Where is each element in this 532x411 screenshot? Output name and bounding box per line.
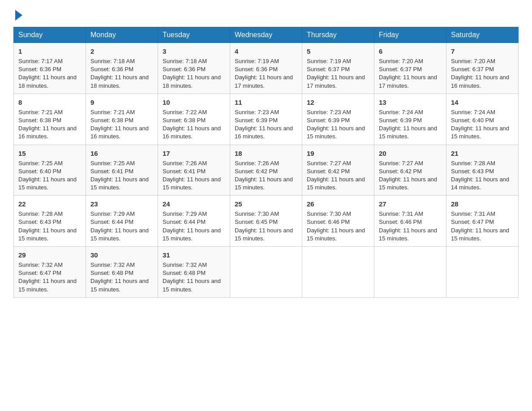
calendar-week-row: 1Sunrise: 7:17 AMSunset: 6:36 PMDaylight… xyxy=(14,43,519,94)
calendar-day-cell xyxy=(374,247,446,298)
day-number: 21 xyxy=(451,149,514,158)
day-of-week-header: Sunday xyxy=(14,27,86,43)
calendar-day-cell: 12Sunrise: 7:23 AMSunset: 6:39 PMDayligh… xyxy=(302,94,374,145)
day-of-week-header: Friday xyxy=(374,27,446,43)
day-number: 20 xyxy=(379,149,442,158)
calendar-day-cell xyxy=(446,247,519,298)
day-number: 10 xyxy=(163,98,225,107)
calendar-day-cell: 6Sunrise: 7:20 AMSunset: 6:37 PMDaylight… xyxy=(374,43,446,94)
calendar-day-cell: 14Sunrise: 7:24 AMSunset: 6:40 PMDayligh… xyxy=(446,94,519,145)
calendar-day-cell: 18Sunrise: 7:26 AMSunset: 6:42 PMDayligh… xyxy=(230,145,302,196)
day-number: 3 xyxy=(163,47,225,56)
calendar-week-row: 22Sunrise: 7:28 AMSunset: 6:43 PMDayligh… xyxy=(14,196,519,247)
day-number: 5 xyxy=(307,47,369,56)
calendar-day-cell: 19Sunrise: 7:27 AMSunset: 6:42 PMDayligh… xyxy=(302,145,374,196)
day-number: 12 xyxy=(307,98,369,107)
calendar-day-cell: 2Sunrise: 7:18 AMSunset: 6:36 PMDaylight… xyxy=(86,43,158,94)
calendar-day-cell: 7Sunrise: 7:20 AMSunset: 6:37 PMDaylight… xyxy=(446,43,519,94)
calendar-day-cell: 4Sunrise: 7:19 AMSunset: 6:36 PMDaylight… xyxy=(230,43,302,94)
day-number: 25 xyxy=(235,199,297,209)
calendar-day-cell: 3Sunrise: 7:18 AMSunset: 6:36 PMDaylight… xyxy=(158,43,230,94)
day-number: 14 xyxy=(451,98,514,107)
calendar-day-cell: 28Sunrise: 7:31 AMSunset: 6:47 PMDayligh… xyxy=(446,196,519,247)
day-number: 15 xyxy=(18,149,81,158)
day-number: 29 xyxy=(18,250,81,260)
day-number: 17 xyxy=(163,149,225,158)
calendar-day-cell: 10Sunrise: 7:22 AMSunset: 6:38 PMDayligh… xyxy=(158,94,230,145)
day-number: 2 xyxy=(90,47,153,56)
calendar-day-cell: 30Sunrise: 7:32 AMSunset: 6:48 PMDayligh… xyxy=(86,247,158,298)
day-number: 6 xyxy=(379,47,442,56)
day-number: 7 xyxy=(451,47,514,56)
calendar-day-cell: 16Sunrise: 7:25 AMSunset: 6:41 PMDayligh… xyxy=(86,145,158,196)
calendar-day-cell: 26Sunrise: 7:30 AMSunset: 6:46 PMDayligh… xyxy=(302,196,374,247)
calendar-day-cell: 8Sunrise: 7:21 AMSunset: 6:38 PMDaylight… xyxy=(14,94,86,145)
day-number: 13 xyxy=(379,98,442,107)
day-number: 1 xyxy=(18,47,81,56)
calendar-week-row: 29Sunrise: 7:32 AMSunset: 6:47 PMDayligh… xyxy=(14,247,519,298)
day-number: 24 xyxy=(163,199,225,209)
day-number: 23 xyxy=(90,199,153,209)
calendar-day-cell: 13Sunrise: 7:24 AMSunset: 6:39 PMDayligh… xyxy=(374,94,446,145)
day-number: 19 xyxy=(307,149,369,158)
calendar-day-cell: 21Sunrise: 7:28 AMSunset: 6:43 PMDayligh… xyxy=(446,145,519,196)
day-of-week-header: Saturday xyxy=(446,27,519,43)
day-number: 4 xyxy=(235,47,297,56)
logo-arrow-icon xyxy=(15,10,22,21)
calendar-day-cell: 20Sunrise: 7:27 AMSunset: 6:42 PMDayligh… xyxy=(374,145,446,196)
day-of-week-header: Thursday xyxy=(302,27,374,43)
day-number: 30 xyxy=(90,250,153,260)
calendar-day-cell: 22Sunrise: 7:28 AMSunset: 6:43 PMDayligh… xyxy=(14,196,86,247)
calendar-day-cell: 27Sunrise: 7:31 AMSunset: 6:46 PMDayligh… xyxy=(374,196,446,247)
calendar-day-cell: 24Sunrise: 7:29 AMSunset: 6:44 PMDayligh… xyxy=(158,196,230,247)
calendar-header-row: SundayMondayTuesdayWednesdayThursdayFrid… xyxy=(14,27,519,43)
calendar-day-cell: 17Sunrise: 7:26 AMSunset: 6:41 PMDayligh… xyxy=(158,145,230,196)
day-of-week-header: Wednesday xyxy=(230,27,302,43)
calendar-day-cell xyxy=(230,247,302,298)
calendar-week-row: 15Sunrise: 7:25 AMSunset: 6:40 PMDayligh… xyxy=(14,145,519,196)
calendar-day-cell: 31Sunrise: 7:32 AMSunset: 6:48 PMDayligh… xyxy=(158,247,230,298)
day-number: 9 xyxy=(90,98,153,107)
calendar-day-cell xyxy=(302,247,374,298)
calendar-day-cell: 25Sunrise: 7:30 AMSunset: 6:45 PMDayligh… xyxy=(230,196,302,247)
calendar-day-cell: 15Sunrise: 7:25 AMSunset: 6:40 PMDayligh… xyxy=(14,145,86,196)
day-number: 22 xyxy=(18,199,81,209)
calendar-day-cell: 5Sunrise: 7:19 AMSunset: 6:37 PMDaylight… xyxy=(302,43,374,94)
calendar-day-cell: 1Sunrise: 7:17 AMSunset: 6:36 PMDaylight… xyxy=(14,43,86,94)
calendar-week-row: 8Sunrise: 7:21 AMSunset: 6:38 PMDaylight… xyxy=(14,94,519,145)
calendar-table: SundayMondayTuesdayWednesdayThursdayFrid… xyxy=(13,27,519,298)
calendar-day-cell: 9Sunrise: 7:21 AMSunset: 6:38 PMDaylight… xyxy=(86,94,158,145)
day-number: 26 xyxy=(307,199,369,209)
day-of-week-header: Monday xyxy=(86,27,158,43)
page-header xyxy=(13,9,519,19)
day-of-week-header: Tuesday xyxy=(158,27,230,43)
day-number: 16 xyxy=(90,149,153,158)
day-number: 11 xyxy=(235,98,297,107)
logo xyxy=(13,9,22,19)
day-number: 28 xyxy=(451,199,514,209)
calendar-day-cell: 29Sunrise: 7:32 AMSunset: 6:47 PMDayligh… xyxy=(14,247,86,298)
day-number: 18 xyxy=(235,149,297,158)
day-number: 31 xyxy=(163,250,225,260)
day-number: 27 xyxy=(379,199,442,209)
day-number: 8 xyxy=(18,98,81,107)
calendar-day-cell: 23Sunrise: 7:29 AMSunset: 6:44 PMDayligh… xyxy=(86,196,158,247)
calendar-day-cell: 11Sunrise: 7:23 AMSunset: 6:39 PMDayligh… xyxy=(230,94,302,145)
